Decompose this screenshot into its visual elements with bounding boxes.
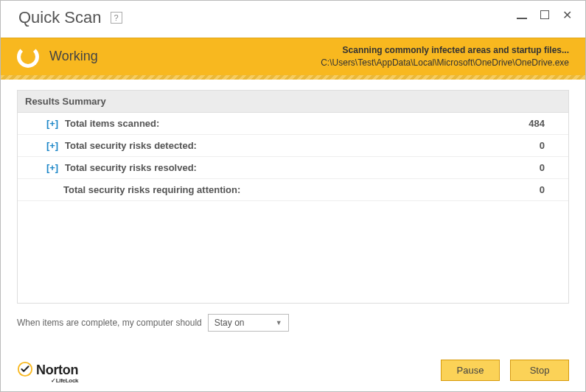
status-banner: Working Scanning commonly infected areas… [1, 38, 585, 80]
row-value: 0 [515, 162, 559, 173]
brand-name-text: Norton [36, 363, 78, 377]
completion-label: When items are complete, my computer sho… [17, 318, 202, 328]
pause-button[interactable]: Pause [441, 360, 500, 381]
expand-toggle[interactable]: [+] [41, 140, 63, 151]
status-details: Scanning commonly infected areas and sta… [321, 44, 569, 69]
row-label: Total security risks requiring attention… [63, 184, 515, 195]
results-panel: Results Summary [+] Total items scanned:… [17, 90, 569, 304]
titlebar: Quick Scan ? ✕ [1, 1, 585, 38]
row-label: Total items scanned: [65, 118, 515, 129]
row-value: 484 [515, 118, 559, 129]
status-label: Working [49, 49, 98, 64]
completion-row: When items are complete, my computer sho… [1, 304, 585, 332]
spinner-icon [17, 46, 39, 68]
results-header: Results Summary [18, 91, 568, 113]
brand-subtext: ✓LifeLock [51, 377, 78, 384]
chevron-down-icon: ▼ [276, 319, 282, 326]
table-row: Total security risks requiring attention… [18, 179, 568, 201]
status-message: Scanning commonly infected areas and sta… [321, 44, 569, 57]
dropdown-selected: Stay on [214, 318, 245, 328]
table-row: [+] Total security risks detected: 0 [18, 135, 568, 157]
footer: Norton ✓LifeLock Pause Stop [1, 352, 585, 391]
maximize-button[interactable] [540, 9, 549, 22]
expand-toggle[interactable]: [+] [41, 118, 63, 129]
footer-buttons: Pause Stop [441, 360, 569, 381]
stop-button[interactable]: Stop [510, 360, 569, 381]
status-path: C:\Users\Test\AppData\Local\Microsoft\On… [321, 57, 569, 69]
window-title: Quick Scan [18, 8, 102, 27]
table-row: [+] Total security risks resolved: 0 [18, 157, 568, 179]
brand-logo: Norton ✓LifeLock [17, 361, 78, 380]
close-button[interactable]: ✕ [562, 10, 572, 21]
window-controls: ✕ [517, 9, 572, 22]
row-value: 0 [515, 184, 559, 195]
expand-toggle[interactable]: [+] [41, 162, 63, 173]
maximize-icon [540, 10, 549, 19]
table-row: [+] Total items scanned: 484 [18, 113, 568, 135]
minimize-icon [517, 18, 527, 19]
brand-name: Norton ✓LifeLock [36, 363, 78, 378]
minimize-button[interactable] [517, 9, 527, 22]
help-button[interactable]: ? [111, 12, 122, 24]
row-label: Total security risks detected: [65, 140, 515, 151]
titlebar-left: Quick Scan ? [18, 8, 122, 27]
content-area: Results Summary [+] Total items scanned:… [1, 80, 585, 304]
row-label: Total security risks resolved: [65, 162, 515, 173]
row-value: 0 [515, 140, 559, 151]
completion-dropdown[interactable]: Stay on ▼ [208, 314, 289, 332]
check-shield-icon [17, 361, 33, 380]
